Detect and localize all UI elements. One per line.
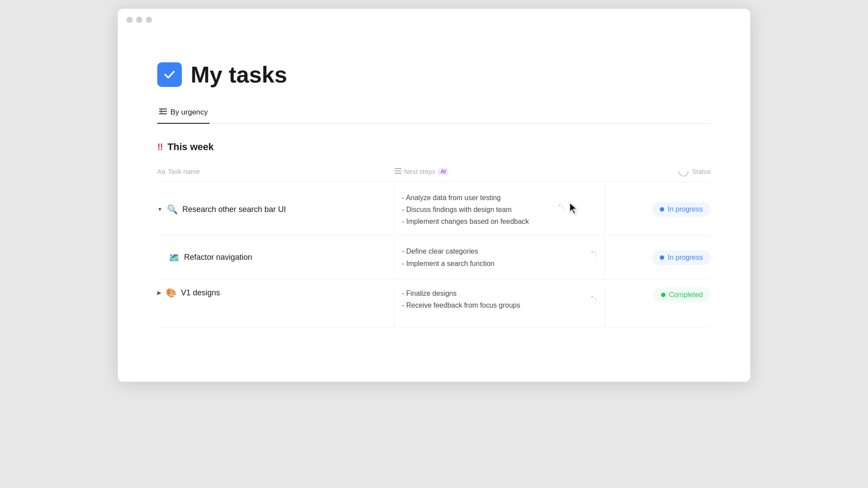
list-icon <box>394 168 401 175</box>
svg-point-19 <box>594 258 596 259</box>
fade-overlay <box>395 314 605 327</box>
svg-point-22 <box>588 255 589 256</box>
svg-point-29 <box>589 303 590 305</box>
svg-point-11 <box>562 212 563 213</box>
status-badge-3[interactable]: Completed <box>653 287 711 302</box>
tabs-bar: By urgency <box>157 104 711 124</box>
status-cell-1: In progress <box>605 194 711 225</box>
status-cell-3: Completed <box>605 287 711 302</box>
status-text-1: In progress <box>668 205 703 213</box>
task-name-label: Task name <box>168 168 200 175</box>
status-label: Status <box>692 168 711 175</box>
svg-rect-1 <box>159 111 167 112</box>
page-header: My tasks <box>157 61 711 88</box>
next-steps-cell-3: - Finalize designs - Receive feedback fr… <box>394 287 605 327</box>
svg-rect-5 <box>394 171 401 172</box>
svg-rect-0 <box>159 108 167 110</box>
section-this-week: ‼ This week <box>157 141 711 153</box>
task-label-1: Research other search bar UI <box>182 205 286 214</box>
close-dot <box>127 17 133 23</box>
col-task-name: Aa Task name <box>157 166 394 177</box>
task-name-cell-2: 🗺️ Refactor navigation <box>157 244 394 271</box>
status-dot-1 <box>660 207 664 212</box>
col-status: Status <box>605 166 711 177</box>
task-name-cell-3: ▶ 🎨 V1 designs <box>157 287 394 298</box>
task-emoji-1: 🔍 <box>167 204 178 215</box>
next-steps-cell-2: - Define clear categories - Implement a … <box>394 237 605 277</box>
app-window: My tasks By urgency ‼ This week <box>118 9 750 382</box>
svg-rect-2 <box>159 113 167 115</box>
task-row-3: ▶ 🎨 V1 designs - Finalize designs - Rece… <box>157 280 711 328</box>
next-steps-label: Next steps <box>404 168 435 175</box>
status-text-2: In progress <box>668 254 703 262</box>
cursor-icon <box>568 202 580 217</box>
tab-by-urgency[interactable]: By urgency <box>157 104 210 124</box>
svg-point-9 <box>562 206 564 208</box>
svg-point-14 <box>555 209 557 210</box>
next-steps-cell-1: - Analyze data from user testing - Discu… <box>394 184 605 236</box>
svg-point-27 <box>594 303 596 304</box>
task-emoji-2: 🗺️ <box>169 252 180 263</box>
svg-point-10 <box>563 208 564 210</box>
chevron-right-icon[interactable]: ▶ <box>157 290 161 296</box>
tab-label: By urgency <box>170 108 208 117</box>
svg-point-8 <box>559 205 561 206</box>
status-badge-1[interactable]: In progress <box>652 202 711 217</box>
page-icon <box>157 62 182 87</box>
status-text-3: Completed <box>669 291 703 299</box>
svg-point-16 <box>591 251 593 252</box>
svg-point-26 <box>595 300 597 302</box>
svg-point-31 <box>588 298 590 299</box>
task-label-3: V1 designs <box>181 288 220 298</box>
svg-point-21 <box>589 258 590 259</box>
task-name-prefix: Aa <box>157 168 165 175</box>
status-badge-2[interactable]: In progress <box>652 250 711 265</box>
task-name-cell-1: ▼ 🔍 Research other search bar UI <box>157 196 394 222</box>
chevron-down-icon[interactable]: ▼ <box>157 206 163 212</box>
svg-point-17 <box>594 252 596 254</box>
svg-point-12 <box>559 213 561 214</box>
status-dot-2 <box>660 255 664 260</box>
svg-point-7 <box>679 167 688 176</box>
svg-point-23 <box>588 252 590 254</box>
task-row-1: ▼ 🔍 Research other search bar UI - Analy… <box>157 184 711 236</box>
column-headers: Aa Task name Next steps AI Statu <box>157 161 711 182</box>
main-content: My tasks By urgency ‼ This week <box>118 9 750 354</box>
loading-spinner-1 <box>554 204 565 215</box>
task-label-2: Refactor navigation <box>184 253 252 262</box>
status-cell-2: In progress <box>605 242 711 273</box>
status-dot-3 <box>661 293 665 297</box>
svg-point-30 <box>588 301 589 302</box>
maximize-dot <box>146 17 152 23</box>
next-steps-text-2: - Define clear categories - Implement a … <box>402 245 598 269</box>
svg-point-25 <box>594 298 596 299</box>
svg-point-24 <box>591 296 593 298</box>
page-title: My tasks <box>191 61 287 88</box>
tab-icon <box>159 108 167 116</box>
svg-rect-6 <box>394 173 401 174</box>
section-title: This week <box>167 141 213 153</box>
svg-rect-4 <box>394 168 401 169</box>
next-steps-text-3: - Finalize designs - Receive feedback fr… <box>402 287 598 311</box>
loading-spinner-2 <box>586 250 598 261</box>
task-row-2: 🗺️ Refactor navigation - Define clear ca… <box>157 236 711 280</box>
traffic-lights <box>118 9 161 31</box>
svg-point-28 <box>592 305 593 306</box>
loading-spinner-3 <box>586 295 598 307</box>
svg-point-15 <box>556 206 557 208</box>
svg-point-13 <box>556 212 557 213</box>
svg-point-18 <box>595 255 597 257</box>
col-next-steps: Next steps AI <box>394 166 605 177</box>
minimize-dot <box>136 17 142 23</box>
svg-point-20 <box>592 259 593 260</box>
ai-badge: AI <box>438 168 448 175</box>
urgency-icon: ‼ <box>157 141 163 153</box>
task-emoji-3: 🎨 <box>166 287 177 298</box>
